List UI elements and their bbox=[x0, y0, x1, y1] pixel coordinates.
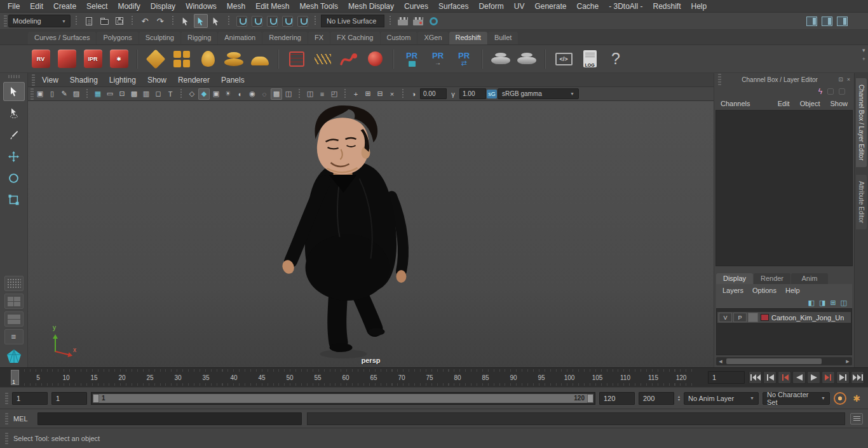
scroll-right-icon[interactable]: ▶ bbox=[843, 359, 852, 364]
rotate-tool-button[interactable] bbox=[3, 168, 25, 187]
redshift-proxy-replace-button[interactable]: PR⇄ bbox=[452, 47, 475, 71]
attribute-editor-toggle-button[interactable] bbox=[820, 14, 834, 28]
textured-icon[interactable]: ▣ bbox=[210, 88, 222, 100]
color-managed-icon[interactable]: sG bbox=[487, 90, 497, 98]
redshift-log-button[interactable]: LOG bbox=[578, 47, 601, 71]
menu-item[interactable]: Windows bbox=[180, 2, 222, 11]
add-selected-icon[interactable]: + bbox=[350, 88, 362, 100]
lasso-tool-button[interactable] bbox=[3, 104, 25, 123]
gamma-field[interactable] bbox=[459, 88, 486, 99]
playback-end-field[interactable] bbox=[599, 392, 635, 405]
menu-item[interactable]: Select bbox=[81, 2, 112, 11]
grid-icon[interactable]: ▦ bbox=[92, 88, 104, 100]
menu-item[interactable]: Display bbox=[146, 2, 180, 11]
panel-menu-item[interactable]: View bbox=[36, 76, 64, 85]
redshift-render-settings-button[interactable]: ✱ bbox=[107, 47, 130, 71]
range-slider-bar[interactable]: 1 120 bbox=[93, 394, 593, 403]
create-empty-layer-icon[interactable]: ⊞ bbox=[830, 299, 836, 306]
xray-icon[interactable]: ◫ bbox=[304, 88, 316, 100]
redshift-renderview-button[interactable]: RV bbox=[29, 47, 52, 71]
isolate-select-icon[interactable]: ◰ bbox=[329, 88, 340, 100]
layer-editor-tab[interactable]: Anim bbox=[791, 273, 828, 284]
camera-attributes-icon[interactable]: ▣ bbox=[34, 88, 46, 100]
channel-box-menu-item[interactable]: Edit bbox=[778, 100, 790, 107]
panel-toolbar-grip[interactable] bbox=[31, 88, 34, 100]
layer-visibility-toggle[interactable]: V bbox=[719, 313, 732, 322]
go-to-start-button[interactable] bbox=[749, 371, 762, 384]
viewport-canvas[interactable]: y x persp bbox=[28, 101, 714, 367]
undo-button[interactable]: ↶ bbox=[138, 14, 152, 28]
panel-menu-item[interactable]: Show bbox=[142, 76, 172, 85]
status-divider[interactable] bbox=[132, 16, 133, 26]
panel-menu-grip[interactable] bbox=[32, 74, 35, 86]
status-divider[interactable] bbox=[76, 16, 77, 26]
open-scene-button[interactable] bbox=[97, 14, 111, 28]
redshift-ipr-button[interactable]: IPR bbox=[81, 47, 104, 71]
menu-item[interactable]: File bbox=[3, 2, 25, 11]
render-settings-button[interactable] bbox=[426, 14, 440, 28]
scale-tool-button[interactable] bbox=[3, 190, 25, 209]
shelf-tab[interactable]: Rendering bbox=[262, 32, 308, 44]
render-frame-button[interactable] bbox=[396, 14, 410, 28]
move-layer-up-icon[interactable]: ◧ bbox=[808, 299, 815, 306]
anim-layer-dropdown[interactable]: No Anim Layer ▼ bbox=[684, 392, 759, 405]
menu-item[interactable]: Edit Mesh bbox=[250, 2, 294, 11]
panel-menu-item[interactable]: Panels bbox=[215, 76, 250, 85]
snap-to-curve-button[interactable] bbox=[250, 14, 264, 28]
depth-peeling-icon[interactable]: ◫ bbox=[283, 88, 294, 100]
command-line-grip[interactable] bbox=[5, 413, 8, 424]
safe-action-icon[interactable]: ◻ bbox=[153, 88, 164, 100]
layer-editor-menu-item[interactable]: Options bbox=[752, 287, 776, 294]
menu-item[interactable]: Redshift bbox=[648, 2, 686, 11]
redshift-ies-light-button[interactable] bbox=[170, 47, 193, 71]
snap-to-projected-center-button[interactable] bbox=[280, 14, 294, 28]
layer-editor-menu-item[interactable]: Help bbox=[785, 287, 800, 294]
redshift-proxy-create-button[interactable]: PR bbox=[400, 47, 423, 71]
frame-all-icon[interactable]: ⊞ bbox=[362, 88, 374, 100]
menu-item[interactable]: Surfaces bbox=[433, 2, 473, 11]
film-gate-icon[interactable]: ▭ bbox=[104, 88, 116, 100]
sidebar-tab[interactable]: Channel Box / Layer Editor bbox=[856, 78, 867, 167]
frame-selected-icon[interactable]: ⊟ bbox=[374, 88, 386, 100]
menu-set-dropdown[interactable]: Modeling ▼ bbox=[8, 15, 71, 27]
redshift-portal-light-button[interactable] bbox=[248, 47, 271, 71]
menu-item[interactable]: Deform bbox=[473, 2, 508, 11]
paint-selection-tool-button[interactable] bbox=[3, 125, 25, 144]
layer-editor-tab[interactable]: Render bbox=[754, 273, 790, 284]
animation-preferences-button[interactable]: ✱ bbox=[850, 392, 863, 405]
playhead[interactable]: 1 bbox=[11, 370, 19, 385]
range-grip[interactable] bbox=[5, 393, 8, 404]
menu-item[interactable]: Create bbox=[48, 2, 81, 11]
menu-item[interactable]: Generate bbox=[529, 2, 571, 11]
smooth-shade-icon[interactable]: ◆ bbox=[198, 88, 210, 100]
gamma-icon[interactable]: γ bbox=[447, 88, 459, 100]
layer-name[interactable]: Cartoon_Kim_Jong_Un bbox=[771, 314, 844, 322]
menu-item[interactable]: Mesh Tools bbox=[295, 2, 343, 11]
snap-to-view-plane-button[interactable] bbox=[295, 14, 309, 28]
redshift-proxy-export-button[interactable]: PR→ bbox=[426, 47, 449, 71]
layer-row[interactable]: V P Cartoon_Kim_Jong_Un bbox=[717, 312, 851, 323]
shelf-tab[interactable]: Redshift bbox=[449, 32, 487, 44]
speed-option-icon[interactable] bbox=[827, 88, 834, 95]
command-language-label[interactable]: MEL bbox=[13, 415, 32, 423]
scroll-left-icon[interactable]: ◀ bbox=[716, 359, 725, 364]
select-component-mode-button[interactable] bbox=[209, 14, 223, 28]
single-pane-layout-button[interactable] bbox=[4, 276, 24, 291]
modeling-toolkit-toggle-button[interactable] bbox=[804, 14, 818, 28]
select-tool-button[interactable] bbox=[3, 82, 25, 101]
shelf-menu-arrow-icon[interactable]: ▾ bbox=[862, 47, 865, 53]
gate-mask-icon[interactable]: ▩ bbox=[128, 88, 140, 100]
animation-start-field[interactable] bbox=[12, 392, 48, 405]
layer-scrollbar[interactable]: ◀ ▶ bbox=[716, 357, 852, 365]
safe-title-icon[interactable]: T bbox=[165, 88, 176, 100]
layer-list[interactable]: V P Cartoon_Kim_Jong_Un bbox=[716, 308, 852, 355]
new-scene-button[interactable] bbox=[82, 14, 96, 28]
channel-box-menu-item[interactable]: Object bbox=[800, 100, 820, 107]
split-pane-layout-button[interactable] bbox=[4, 311, 24, 327]
redshift-curve-button[interactable] bbox=[337, 47, 360, 71]
shelf-tab[interactable]: Rigging bbox=[181, 32, 217, 44]
play-forwards-button[interactable] bbox=[807, 371, 820, 384]
shadows-icon[interactable]: ◐ bbox=[234, 88, 246, 100]
layer-playback-toggle[interactable]: P bbox=[733, 313, 747, 322]
exposure-field[interactable] bbox=[420, 88, 447, 99]
